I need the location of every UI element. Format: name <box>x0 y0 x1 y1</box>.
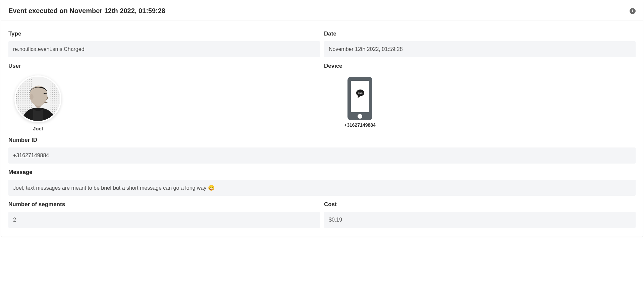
date-value: November 12th 2022, 01:59:28 <box>324 41 636 57</box>
date-label: Date <box>324 31 636 37</box>
user-avatar[interactable] <box>14 75 61 122</box>
device-number: +31627149884 <box>344 122 376 128</box>
device-block: SMS +31627149884 <box>324 73 636 128</box>
segments-label: Number of segments <box>8 201 320 208</box>
page-title: Event executed on November 12th 2022, 01… <box>8 7 165 15</box>
phone-sms-icon: SMS <box>346 77 374 120</box>
sms-icon-text: SMS <box>358 92 362 94</box>
avatar-image <box>16 77 60 121</box>
device-label: Device <box>324 63 636 69</box>
user-name: Joel <box>33 126 43 131</box>
card-body: Type re.notifica.event.sms.Charged Date … <box>1 20 643 237</box>
number-id-value: +31627149884 <box>8 147 636 164</box>
message-value: Joel, text messages are meant to be brie… <box>8 180 636 196</box>
segments-value: 2 <box>8 212 320 228</box>
event-detail-card: Event executed on November 12th 2022, 01… <box>1 1 643 237</box>
svg-point-6 <box>30 94 33 100</box>
svg-point-9 <box>358 114 362 119</box>
type-label: Type <box>8 31 320 37</box>
type-value: re.notifica.event.sms.Charged <box>8 41 320 57</box>
cost-value: $0.19 <box>324 212 636 228</box>
svg-rect-8 <box>351 81 369 112</box>
user-block: Joel <box>8 73 320 131</box>
info-icon[interactable]: i <box>630 8 636 14</box>
card-header: Event executed on November 12th 2022, 01… <box>1 1 643 20</box>
cost-label: Cost <box>324 201 636 208</box>
user-label: User <box>8 63 320 69</box>
number-id-label: Number ID <box>8 137 636 143</box>
message-label: Message <box>8 169 636 176</box>
